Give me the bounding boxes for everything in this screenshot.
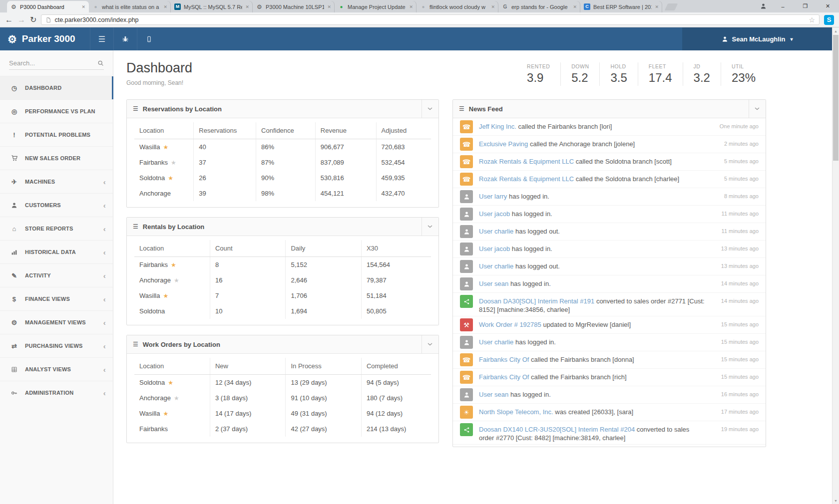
search-input[interactable] — [9, 59, 97, 67]
tab-close-icon[interactable]: ✕ — [245, 4, 249, 9]
bug-icon[interactable] — [113, 27, 137, 50]
browser-tab[interactable]: MySQL :: MySQL 5.7 Re✕ — [171, 1, 253, 12]
news-link[interactable]: User sean — [479, 280, 508, 287]
browser-tab[interactable]: P3000 Dashboard✕ — [7, 1, 89, 12]
news-link[interactable]: User jacob — [479, 245, 510, 252]
address-bar[interactable]: cte.parker3000.com/index.php ☆ — [41, 14, 820, 25]
sidebar-item-activity[interactable]: ✎ACTIVITY‹ — [0, 263, 113, 287]
user-name: Sean McLaughlin — [732, 35, 786, 43]
panel-title: Work Orders by Location — [143, 341, 220, 348]
browser-tab[interactable]: Best ERP Software | 201✕ — [580, 1, 662, 12]
news-link[interactable]: North Slope Telecom, Inc. — [479, 408, 553, 416]
user-icon — [722, 36, 728, 42]
browser-tab[interactable]: Manage Project Update✕ — [335, 1, 417, 12]
person-icon — [460, 388, 473, 401]
browser-tab[interactable]: what is elite status on a✕ — [89, 1, 171, 12]
collapse-button[interactable] — [427, 343, 432, 346]
chevron-left-icon: ‹ — [103, 342, 106, 350]
skype-extension-icon[interactable]: S — [824, 15, 834, 25]
browser-profile-icon[interactable] — [755, 0, 772, 12]
scroll-down-icon[interactable]: ▼ — [833, 497, 839, 504]
sidebar-toggle-button[interactable]: ☰ — [90, 27, 113, 50]
url-text[interactable]: cte.parker3000.com/index.php — [54, 16, 806, 23]
collapse-button[interactable] — [427, 225, 432, 228]
sun-icon: ☀ — [460, 406, 473, 419]
minimize-icon[interactable]: – — [772, 0, 794, 12]
news-link[interactable]: User charlie — [479, 338, 513, 346]
collapse-button[interactable] — [755, 107, 760, 110]
news-link[interactable]: User larry — [479, 193, 507, 200]
news-link[interactable]: Work Order # 192785 — [479, 321, 541, 328]
sidebar-item-machines[interactable]: ✈MACHINES‹ — [0, 170, 113, 193]
news-plain-text: has logged in. — [515, 338, 556, 346]
tab-title: P3000 Dashboard — [20, 4, 78, 10]
news-link[interactable]: Fairbanks City Of — [479, 356, 529, 363]
news-link[interactable]: Rozak Rentals & Equipment LLC — [479, 158, 574, 165]
location-name: Soldotna — [139, 379, 165, 386]
sidebar-item-purchasing-views[interactable]: ⇄PURCHASING VIEWS‹ — [0, 334, 113, 357]
value-cell: 454,121 — [315, 186, 376, 201]
scroll-up-icon[interactable]: ▲ — [833, 27, 839, 34]
tab-close-icon[interactable]: ✕ — [491, 4, 495, 9]
sidebar-item-store-reports[interactable]: ⌂STORE REPORTS‹ — [0, 217, 113, 240]
tab-close-icon[interactable]: ✕ — [409, 4, 413, 9]
sidebar-item-performance-vs-plan[interactable]: ◎PERFORMANCE VS PLAN — [0, 99, 113, 123]
news-link[interactable]: Fairbanks City Of — [479, 373, 529, 381]
tab-close-icon[interactable]: ✕ — [81, 4, 85, 9]
person-icon — [460, 190, 473, 203]
sidebar-item-finance-views[interactable]: $FINANCE VIEWS‹ — [0, 287, 113, 310]
browser-tab[interactable]: erp stands for - Google✕ — [498, 1, 580, 12]
tab-close-icon[interactable]: ✕ — [163, 4, 167, 9]
news-link[interactable]: Exclusive Paving — [479, 140, 528, 148]
brand[interactable]: ⚙ Parker 3000 — [0, 27, 90, 50]
sidebar-item-potential-problems[interactable]: !POTENTIAL PROBLEMS — [0, 123, 113, 146]
sidebar-item-analyst-views[interactable]: ANALYST VIEWS‹ — [0, 357, 113, 381]
news-plain-text: called the Fairbanks branch [lori] — [518, 123, 612, 130]
search-icon[interactable] — [97, 60, 104, 66]
close-icon[interactable]: ✕ — [817, 0, 839, 12]
value-cell: 8 — [210, 257, 285, 273]
news-link[interactable]: Rozak Rentals & Equipment LLC — [479, 175, 574, 183]
browser-tab[interactable]: P3000 Machine 10LSP1✕ — [253, 1, 335, 12]
sidebar-item-historical-data[interactable]: HISTORICAL DATA‹ — [0, 240, 113, 263]
tab-close-icon[interactable]: ✕ — [327, 4, 331, 9]
user-menu[interactable]: Sean McLaughlin ▾ — [682, 27, 832, 50]
back-icon[interactable]: ← — [5, 16, 13, 24]
location-name: Anchorage — [139, 276, 171, 284]
news-link[interactable]: User sean — [479, 391, 508, 398]
news-plain-text: updated to MgrReview [daniel] — [543, 321, 631, 328]
management-icon: ⚙ — [10, 319, 18, 326]
mobile-icon[interactable] — [137, 27, 160, 50]
scrollbar[interactable]: ▲ ▼ — [832, 27, 839, 504]
tab-title: what is elite status on a — [102, 4, 160, 10]
news-item: ☎Rozak Rentals & Equipment LLC called th… — [453, 153, 766, 170]
collapse-button[interactable] — [427, 107, 432, 110]
news-link[interactable]: User jacob — [479, 210, 510, 218]
browser-tab[interactable]: flintlock wood cloudy w✕ — [417, 1, 498, 12]
column-header: Revenue — [315, 122, 376, 139]
new-tab-button[interactable] — [665, 3, 678, 10]
news-link[interactable]: User charlie — [479, 262, 513, 270]
sidebar-item-new-sales-order[interactable]: NEW SALES ORDER — [0, 146, 113, 170]
sidebar-item-customers[interactable]: CUSTOMERS‹ — [0, 193, 113, 217]
tab-close-icon[interactable]: ✕ — [573, 4, 577, 9]
news-timestamp: 8 minutes ago — [711, 190, 759, 199]
forward-icon[interactable]: → — [17, 16, 25, 24]
news-link[interactable]: Doosan DX140 LCR-3US20[SOL] Interim Rent… — [479, 426, 635, 433]
news-link[interactable]: User charlie — [479, 228, 513, 235]
news-link[interactable]: Doosan DA30[SOL] Interim Rental #191 — [479, 297, 594, 305]
search-box — [9, 59, 104, 70]
maximize-icon[interactable]: ❐ — [794, 0, 817, 12]
value-cell: 214 (13 days) — [361, 421, 431, 437]
sidebar-item-dashboard[interactable]: ◷DASHBOARD — [0, 76, 113, 99]
sidebar-item-management-views[interactable]: ⚙MANAGEMENT VIEWS‹ — [0, 310, 113, 334]
reload-icon[interactable]: ↻ — [30, 16, 36, 24]
tab-close-icon[interactable]: ✕ — [655, 4, 659, 9]
stat-value: 3.2 — [694, 71, 710, 85]
news-link[interactable]: Jeff King Inc. — [479, 123, 516, 130]
scrollbar-thumb[interactable] — [833, 35, 839, 161]
bookmark-star-icon[interactable]: ☆ — [809, 16, 815, 24]
sidebar-item-administration[interactable]: ADMINISTRATION‹ — [0, 381, 113, 404]
value-cell: 180 (7 days) — [361, 390, 431, 406]
news-item: User jacob has logged in.13 minutes ago — [453, 240, 766, 257]
